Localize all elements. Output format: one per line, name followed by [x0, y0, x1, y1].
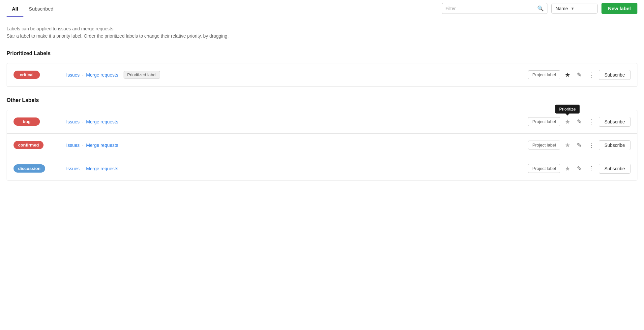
- issues-link[interactable]: Issues: [66, 119, 79, 124]
- star-button-wrap: ★ Prioritize: [563, 116, 572, 127]
- project-label-badge: Project label: [528, 70, 560, 79]
- prioritized-labels-section: Prioritized Labels critical Issues · Mer…: [7, 48, 637, 87]
- merge-requests-link[interactable]: Merge requests: [86, 119, 118, 124]
- more-options-button[interactable]: ⋮: [586, 163, 596, 174]
- star-empty-icon: ★: [565, 118, 570, 125]
- prioritize-tooltip: Prioritize: [555, 105, 580, 114]
- star-button[interactable]: ★: [563, 116, 572, 127]
- table-row: confirmed Issues · Merge requests Projec…: [7, 134, 637, 157]
- ellipsis-icon: ⋮: [588, 71, 594, 79]
- merge-requests-link[interactable]: Merge requests: [86, 143, 118, 148]
- star-empty-icon: ★: [565, 165, 570, 172]
- dot-separator: ·: [82, 119, 83, 124]
- tabs-bar: All Subscribed 🔍 Name ▼ New label: [0, 0, 644, 17]
- star-button[interactable]: ★: [563, 140, 572, 151]
- label-actions: Project label ★ ✎ ⋮ Subscribe: [528, 163, 630, 174]
- merge-requests-link[interactable]: Merge requests: [86, 166, 118, 171]
- label-links: Issues · Merge requests: [66, 119, 528, 124]
- more-options-button[interactable]: ⋮: [586, 140, 596, 151]
- other-label-list: bug Issues · Merge requests Project labe…: [7, 110, 637, 181]
- label-actions: Project label ★ Prioritize ✎ ⋮ Subscribe: [528, 116, 630, 127]
- issues-link[interactable]: Issues: [66, 72, 79, 78]
- table-row: discussion Issues · Merge requests Proje…: [7, 157, 637, 180]
- ellipsis-icon: ⋮: [588, 118, 594, 125]
- sort-select[interactable]: Name ▼: [551, 4, 598, 14]
- edit-button[interactable]: ✎: [575, 163, 584, 174]
- subscribe-button[interactable]: Subscribe: [599, 70, 630, 80]
- dot-separator: ·: [82, 72, 83, 78]
- star-filled-icon: ★: [565, 71, 570, 79]
- other-labels-section: Other Labels bug Issues · Merge requests…: [7, 95, 637, 181]
- project-label-badge: Project label: [528, 164, 560, 173]
- info-line2: Star a label to make it a priority label…: [7, 32, 637, 40]
- more-options-button[interactable]: ⋮: [586, 69, 596, 81]
- pencil-icon: ✎: [577, 142, 582, 149]
- new-label-button[interactable]: New label: [601, 3, 637, 14]
- tab-subscribed[interactable]: Subscribed: [23, 0, 59, 17]
- star-button[interactable]: ★: [563, 69, 572, 81]
- edit-button[interactable]: ✎: [575, 140, 584, 151]
- filter-area: 🔍 Name ▼ New label: [442, 3, 637, 14]
- project-label-badge: Project label: [528, 117, 560, 126]
- label-links: Issues · Merge requests: [66, 143, 528, 148]
- prioritized-label-list: critical Issues · Merge requests Priorit…: [7, 63, 637, 87]
- label-name-col: discussion: [14, 164, 66, 173]
- edit-button[interactable]: ✎: [575, 69, 584, 81]
- issues-link[interactable]: Issues: [66, 166, 79, 171]
- subscribe-button[interactable]: Subscribe: [599, 117, 630, 127]
- ellipsis-icon: ⋮: [588, 165, 594, 172]
- pencil-icon: ✎: [577, 118, 582, 125]
- label-name-col: bug: [14, 117, 66, 126]
- prioritized-badge: Prioritized label: [124, 71, 160, 79]
- issues-link[interactable]: Issues: [66, 143, 79, 148]
- info-text: Labels can be applied to issues and merg…: [7, 25, 637, 40]
- other-section-header: Other Labels: [7, 95, 637, 106]
- merge-requests-link[interactable]: Merge requests: [86, 72, 118, 78]
- table-row: critical Issues · Merge requests Priorit…: [7, 63, 637, 86]
- label-name-col: critical: [14, 71, 66, 79]
- tab-all[interactable]: All: [7, 0, 23, 17]
- search-icon: 🔍: [537, 5, 544, 12]
- page-content: Labels can be applied to issues and merg…: [0, 17, 644, 196]
- pencil-icon: ✎: [577, 165, 582, 172]
- label-badge: discussion: [14, 164, 45, 173]
- ellipsis-icon: ⋮: [588, 142, 594, 149]
- table-row: bug Issues · Merge requests Project labe…: [7, 110, 637, 134]
- dot-separator: ·: [82, 143, 83, 148]
- label-actions: Project label ★ ✎ ⋮ Subscribe: [528, 140, 630, 151]
- subscribe-button[interactable]: Subscribe: [599, 140, 630, 150]
- sort-label: Name: [556, 6, 568, 11]
- project-label-badge: Project label: [528, 141, 560, 149]
- label-badge: confirmed: [14, 141, 44, 149]
- label-links: Issues · Merge requests: [66, 166, 528, 171]
- pencil-icon: ✎: [577, 71, 582, 79]
- filter-input[interactable]: [446, 6, 537, 11]
- filter-input-wrap: 🔍: [442, 3, 547, 14]
- star-empty-icon: ★: [565, 142, 570, 149]
- edit-button[interactable]: ✎: [575, 116, 584, 127]
- label-badge: critical: [14, 71, 40, 79]
- info-line1: Labels can be applied to issues and merg…: [7, 25, 637, 32]
- label-name-col: confirmed: [14, 141, 66, 149]
- star-button[interactable]: ★: [563, 163, 572, 174]
- subscribe-button[interactable]: Subscribe: [599, 164, 630, 174]
- label-actions: Project label ★ ✎ ⋮ Subscribe: [528, 69, 630, 81]
- more-options-button[interactable]: ⋮: [586, 116, 596, 127]
- label-badge: bug: [14, 117, 40, 126]
- dot-separator: ·: [82, 166, 83, 171]
- prioritized-section-header: Prioritized Labels: [7, 48, 637, 59]
- chevron-down-icon: ▼: [571, 6, 574, 11]
- label-links: Issues · Merge requests Prioritized labe…: [66, 71, 528, 79]
